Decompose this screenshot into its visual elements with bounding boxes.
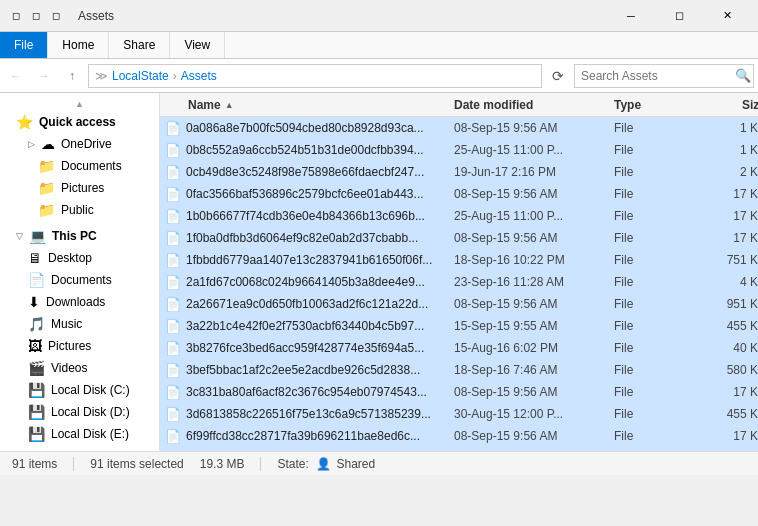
- download-icon: ⬇: [28, 294, 40, 310]
- search-input[interactable]: [581, 69, 731, 83]
- file-size: 1 KB: [694, 121, 758, 135]
- file-type: File: [614, 319, 694, 333]
- sidebar-item-documents[interactable]: 📁 Documents: [0, 155, 159, 177]
- folder-icon: 📁: [38, 180, 55, 196]
- file-name: 0a086a8e7b00fc5094cbed80cb8928d93ca...: [186, 121, 456, 135]
- table-row[interactable]: 📄 0b8c552a9a6ccb524b51b31de00dcfbb394...…: [160, 139, 758, 161]
- table-row[interactable]: 📄 0cb49d8e3c5248f98e75898e66fdaecbf247..…: [160, 161, 758, 183]
- sidebar-item-local-d[interactable]: 💾 Local Disk (D:): [0, 401, 159, 423]
- col-header-date[interactable]: Date modified: [454, 98, 614, 112]
- sidebar-item-downloads[interactable]: ⬇ Downloads: [0, 291, 159, 313]
- table-row[interactable]: 📄 1b0b66677f74cdb36e0e4b84366b13c696b...…: [160, 205, 758, 227]
- file-size: 17 KB: [694, 429, 758, 443]
- table-row[interactable]: 📄 3b8276fce3bed6acc959f428774e35f694a5..…: [160, 337, 758, 359]
- document-icon: 📄: [28, 272, 45, 288]
- sidebar-item-label: Local Disk (E:): [51, 427, 129, 441]
- file-type: File: [614, 341, 694, 355]
- table-row[interactable]: 📄 2a26671ea9c0d650fb10063ad2f6c121a22d..…: [160, 293, 758, 315]
- file-type: File: [614, 143, 694, 157]
- path-assets[interactable]: Assets: [181, 69, 217, 83]
- table-row[interactable]: 📄 1fbbdd6779aa1407e13c2837941b61650f06f.…: [160, 249, 758, 271]
- table-row[interactable]: 📄 2a1fd67c0068c024b96641405b3a8dee4e9...…: [160, 271, 758, 293]
- table-row[interactable]: 📄 3a22b1c4e42f0e2f7530acbf63440b4c5b97..…: [160, 315, 758, 337]
- sidebar-item-label: Documents: [61, 159, 122, 173]
- tab-file[interactable]: File: [0, 32, 48, 58]
- table-row[interactable]: 📄 0a086a8e7b00fc5094cbed80cb8928d93ca...…: [160, 117, 758, 139]
- address-bar: ← → ↑ ≫ LocalState › Assets ⟳ 🔍: [0, 59, 758, 93]
- maximize-button[interactable]: ◻: [656, 0, 702, 32]
- sidebar-item-pictures[interactable]: 📁 Pictures: [0, 177, 159, 199]
- sidebar-item-quick-access[interactable]: ⭐ Quick access: [0, 111, 159, 133]
- sidebar-scroll-up[interactable]: ▲: [75, 99, 84, 109]
- table-row[interactable]: 📄 6f99ffcd38cc28717fa39b696211bae8ed6c..…: [160, 425, 758, 447]
- address-path[interactable]: ≫ LocalState › Assets: [88, 64, 542, 88]
- videos-icon: 🎬: [28, 360, 45, 376]
- sidebar-item-music[interactable]: 🎵 Music: [0, 313, 159, 335]
- table-row[interactable]: 📄 3c831ba80af6acf82c3676c954eb07974543..…: [160, 381, 758, 403]
- file-type: File: [614, 297, 694, 311]
- tab-share[interactable]: Share: [109, 32, 170, 58]
- sidebar-item-label: This PC: [52, 229, 97, 243]
- quick-access-icon: ◻: [28, 8, 44, 24]
- up-button[interactable]: ↑: [60, 64, 84, 88]
- file-type-icon: 📄: [164, 141, 182, 159]
- table-row[interactable]: 📄 3bef5bbac1af2c2ee5e2acdbe926c5d2838...…: [160, 359, 758, 381]
- sidebar-item-onedrive[interactable]: ▷ ☁ OneDrive: [0, 133, 159, 155]
- table-row[interactable]: 📄 6fa5b91b93c9e700773b849543f67383927c..…: [160, 447, 758, 451]
- table-row[interactable]: 📄 0fac3566baf536896c2579bcfc6ee01ab443..…: [160, 183, 758, 205]
- refresh-button[interactable]: ⟳: [546, 64, 570, 88]
- file-name: 0cb49d8e3c5248f98e75898e66fdaecbf247...: [186, 165, 456, 179]
- tab-view[interactable]: View: [170, 32, 225, 58]
- file-name: 3b8276fce3bed6acc959f428774e35f694a5...: [186, 341, 456, 355]
- forward-button[interactable]: →: [32, 64, 56, 88]
- file-size: 580 KB: [694, 363, 758, 377]
- table-row[interactable]: 📄 3d6813858c226516f75e13c6a9c571385239..…: [160, 403, 758, 425]
- file-date: 15-Aug-16 6:02 PM: [454, 341, 614, 355]
- minimize-button[interactable]: ─: [608, 0, 654, 32]
- file-type-icon: 📄: [164, 185, 182, 203]
- file-type-icon: 📄: [164, 361, 182, 379]
- onedrive-icon: ☁: [41, 136, 55, 152]
- search-box[interactable]: 🔍: [574, 64, 754, 88]
- file-size: 17 KB: [694, 385, 758, 399]
- window-icon: ◻: [8, 8, 24, 24]
- folder-icon: 📁: [38, 202, 55, 218]
- sidebar-item-label: Downloads: [46, 295, 105, 309]
- file-name: 2a26671ea9c0d650fb10063ad2f6c121a22d...: [186, 297, 456, 311]
- file-size: 951 KB: [694, 297, 758, 311]
- file-size: 455 KB: [694, 319, 758, 333]
- sidebar-item-local-e[interactable]: 💾 Local Disk (E:): [0, 423, 159, 445]
- sidebar-item-network[interactable]: ▷ 🌐 Network: [0, 449, 159, 451]
- col-header-type[interactable]: Type: [614, 98, 694, 112]
- sidebar-item-this-pc[interactable]: ▽ 💻 This PC: [0, 225, 159, 247]
- sidebar: ▲ ⭐ Quick access ▷ ☁ OneDrive 📁 Document…: [0, 93, 160, 451]
- sidebar-item-videos[interactable]: 🎬 Videos: [0, 357, 159, 379]
- tab-home[interactable]: Home: [48, 32, 109, 58]
- disk-icon: 💾: [28, 404, 45, 420]
- file-date: 23-Sep-16 11:28 AM: [454, 275, 614, 289]
- path-localstate[interactable]: LocalState: [112, 69, 169, 83]
- col-header-size[interactable]: Size: [694, 98, 758, 112]
- size-label: 19.3 MB: [200, 457, 245, 471]
- back-button[interactable]: ←: [4, 64, 28, 88]
- col-header-name[interactable]: Name ▲: [164, 98, 454, 112]
- file-size: 40 KB: [694, 341, 758, 355]
- sidebar-item-desktop[interactable]: 🖥 Desktop: [0, 247, 159, 269]
- file-date: 15-Sep-15 9:55 AM: [454, 319, 614, 333]
- file-type-icon: 📄: [164, 405, 182, 423]
- file-size: 17 KB: [694, 231, 758, 245]
- table-row[interactable]: 📄 1f0ba0dfbb3d6064ef9c82e0ab2d37cbabb...…: [160, 227, 758, 249]
- file-date: 08-Sep-15 9:56 AM: [454, 385, 614, 399]
- file-size: 4 KB: [694, 275, 758, 289]
- sidebar-item-documents2[interactable]: 📄 Documents: [0, 269, 159, 291]
- sidebar-item-pictures2[interactable]: 🖼 Pictures: [0, 335, 159, 357]
- title-bar-icons: ◻ ◻ ◻: [8, 8, 64, 24]
- main-area: ▲ ⭐ Quick access ▷ ☁ OneDrive 📁 Document…: [0, 93, 758, 451]
- sidebar-item-public[interactable]: 📁 Public: [0, 199, 159, 221]
- sidebar-item-label: Public: [61, 203, 94, 217]
- file-name: 3d6813858c226516f75e13c6a9c571385239...: [186, 407, 456, 421]
- file-type-icon: 📄: [164, 295, 182, 313]
- sidebar-item-local-c[interactable]: 💾 Local Disk (C:): [0, 379, 159, 401]
- close-button[interactable]: ✕: [704, 0, 750, 32]
- sidebar-item-label: Quick access: [39, 115, 116, 129]
